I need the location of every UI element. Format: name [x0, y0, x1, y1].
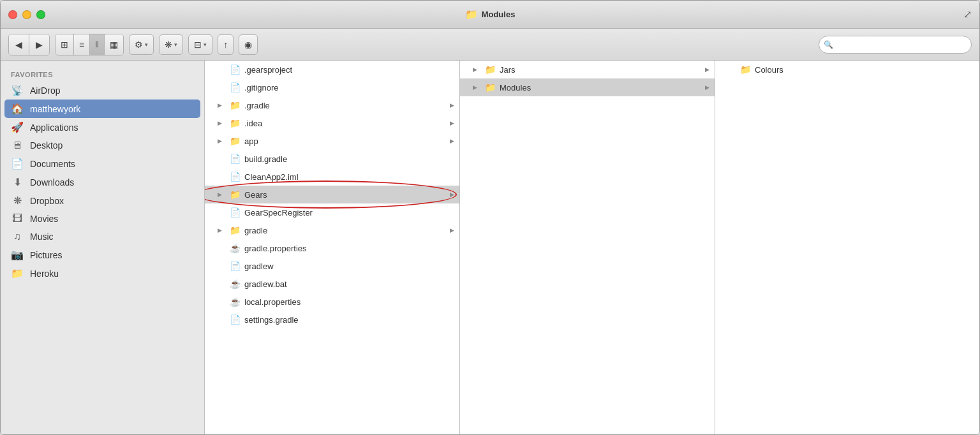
expand-arrow-modules: ▶ [473, 84, 480, 91]
file-item-gradle[interactable]: ▶ 📁 gradle ▶ [205, 221, 459, 239]
forward-button[interactable]: ▶ [29, 34, 49, 55]
file-item-gradlew[interactable]: 📄 gradlew [205, 257, 459, 275]
view-list-symbol: ≡ [79, 40, 84, 50]
file-item-cleanapp2[interactable]: 📄 CleanApp2.iml [205, 168, 459, 186]
dropbox-button[interactable]: ❋ ▾ [159, 34, 183, 55]
file-item-jars[interactable]: ▶ 📁 Jars ▶ [460, 61, 715, 78]
folder-icon-jars: 📁 [484, 64, 496, 75]
chevron-gradle: ▶ [450, 102, 454, 108]
view-column-symbol: ⦀ [95, 39, 99, 50]
nav-buttons: ◀ ▶ [8, 34, 50, 55]
file-item-gradle-properties[interactable]: ☕ gradle.properties [205, 239, 459, 257]
search-input[interactable] [819, 36, 972, 54]
downloads-icon: ⬇ [11, 176, 24, 188]
sidebar-item-matthewyork[interactable]: 🏠 matthewyork [4, 100, 200, 118]
file-item-settings-gradle[interactable]: 📄 settings.gradle [205, 311, 459, 328]
quicklook-button[interactable]: ◉ [239, 34, 258, 55]
sidebar-item-music[interactable]: ♫ Music [1, 228, 204, 246]
sidebar-item-pictures[interactable]: 📷 Pictures [1, 246, 204, 264]
file-item-gitignore[interactable]: 📄 .gitignore [205, 78, 459, 96]
sidebar-label-airdrop: AirDrop [30, 85, 60, 96]
column-pane-2: ▶ 📁 Jars ▶ ▶ 📁 Modules ▶ [460, 61, 715, 434]
file-item-gearsproject[interactable]: 📄 .gearsproject [205, 61, 459, 78]
share-button[interactable]: ↑ [218, 34, 234, 55]
folder-icon-modules: 📁 [484, 82, 496, 92]
search-icon: 🔍 [824, 40, 833, 49]
file-name-buildgradle: build.gradle [244, 154, 454, 164]
close-button[interactable] [8, 10, 17, 19]
main-content: FAVORITES 📡 AirDrop 🏠 matthewyork 🚀 Appl… [1, 61, 979, 434]
file-item-local-properties[interactable]: ☕ local.properties [205, 293, 459, 311]
file-name-gitignore: .gitignore [244, 83, 454, 92]
file-item-app[interactable]: ▶ 📁 app ▶ [205, 132, 459, 150]
folder-icon-colours: 📁 [739, 64, 751, 75]
action-button[interactable]: ⚙ ▾ [129, 34, 154, 55]
file-name-gradlew-bat: gradlew.bat [244, 279, 454, 289]
toolbar: ◀ ▶ ⊞ ≡ ⦀ ▦ ⚙ ▾ ❋ ▾ [1, 29, 979, 61]
file-icon-gradlew: 📄 [229, 261, 241, 271]
file-name-idea: .idea [244, 119, 446, 128]
folder-icon-gears: 📁 [229, 189, 241, 200]
file-item-idea[interactable]: ▶ 📁 .idea ▶ [205, 114, 459, 132]
title-folder-icon: 📁 [465, 8, 478, 20]
file-item-gradlew-bat[interactable]: ☕ gradlew.bat [205, 275, 459, 293]
file-item-gearspecregister[interactable]: 📄 GearSpecRegister [205, 203, 459, 221]
sidebar-label-pictures: Pictures [30, 250, 63, 260]
view-icon-symbol: ⊞ [61, 40, 68, 50]
file-item-colours[interactable]: 📁 Colours [715, 61, 979, 78]
file-item-gears[interactable]: ▶ 📁 Gears ▶ [205, 186, 459, 203]
file-icon-gitignore: 📄 [229, 82, 241, 92]
expand-arrow-gradle: ▶ [218, 102, 225, 108]
airdrop-icon: 📡 [11, 84, 24, 96]
file-name-colours: Colours [755, 65, 974, 75]
dropbox-icon: ❋ [165, 40, 172, 50]
file-item-gradle-hidden[interactable]: ▶ 📁 .gradle ▶ [205, 96, 459, 114]
sidebar-item-movies[interactable]: 🎞 Movies [1, 210, 204, 228]
file-icon-gearspecregister: 📄 [229, 207, 241, 218]
favorites-header: FAVORITES [1, 67, 204, 81]
maximize-button[interactable] [36, 10, 45, 19]
restore-button[interactable]: ⤢ [963, 8, 972, 20]
file-name-gearsproject: .gearsproject [244, 65, 454, 75]
file-browser: 📄 .gearsproject 📄 .gitignore ▶ 📁 .gradle… [205, 61, 979, 434]
sidebar-item-dropbox[interactable]: ❋ Dropbox [1, 191, 204, 210]
view-cover-button[interactable]: ▦ [105, 34, 123, 55]
file-icon-buildgradle: 📄 [229, 154, 241, 164]
sidebar-label-applications: Applications [30, 122, 78, 133]
arrange-arrow: ▾ [204, 41, 207, 48]
sidebar-item-airdrop[interactable]: 📡 AirDrop [1, 81, 204, 100]
file-name-modules: Modules [500, 83, 701, 92]
applications-icon: 🚀 [11, 121, 24, 133]
file-icon-settings-gradle: 📄 [229, 314, 241, 325]
sidebar-label-downloads: Downloads [30, 177, 74, 188]
folder-icon-gradle: 📁 [229, 225, 241, 235]
folder-icon-gradle-hidden: 📁 [229, 100, 241, 110]
sidebar-item-downloads[interactable]: ⬇ Downloads [1, 173, 204, 191]
gears-row-wrapper: ▶ 📁 Gears ▶ [205, 186, 459, 203]
home-icon: 🏠 [11, 103, 24, 115]
back-button[interactable]: ◀ [9, 34, 29, 55]
titlebar: 📁 Modules ⤢ [1, 1, 979, 29]
sidebar-item-desktop[interactable]: 🖥 Desktop [1, 136, 204, 154]
file-item-modules[interactable]: ▶ 📁 Modules ▶ [460, 78, 715, 96]
file-item-buildgradle[interactable]: 📄 build.gradle [205, 150, 459, 168]
file-name-jars: Jars [500, 65, 701, 75]
file-name-local-properties: local.properties [244, 297, 454, 307]
sidebar-label-documents: Documents [30, 159, 75, 169]
file-icon-gradle-properties: ☕ [229, 243, 241, 253]
sidebar-item-documents[interactable]: 📄 Documents [1, 154, 204, 173]
view-cover-symbol: ▦ [110, 40, 118, 50]
view-icon-button[interactable]: ⊞ [56, 34, 74, 55]
column-pane-1: 📄 .gearsproject 📄 .gitignore ▶ 📁 .gradle… [205, 61, 460, 434]
view-column-button[interactable]: ⦀ [90, 34, 105, 55]
arrange-button[interactable]: ⊟ ▾ [188, 34, 212, 55]
folder-icon-app: 📁 [229, 136, 241, 146]
sidebar-item-heroku[interactable]: 📁 Heroku [1, 264, 204, 283]
sidebar-item-applications[interactable]: 🚀 Applications [1, 118, 204, 136]
minimize-button[interactable] [22, 10, 31, 19]
search-wrapper: 🔍 [819, 36, 972, 54]
file-name-gradle: gradle [244, 226, 446, 235]
file-icon-cleanapp2: 📄 [229, 172, 241, 182]
file-name-gearspecregister: GearSpecRegister [244, 208, 454, 218]
view-list-button[interactable]: ≡ [74, 34, 90, 55]
